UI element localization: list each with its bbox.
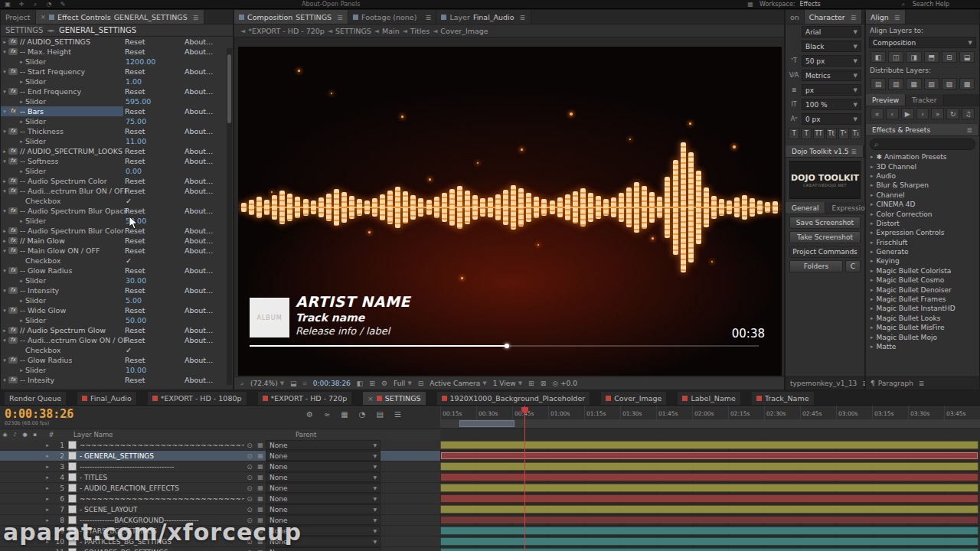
twirl-icon[interactable]: ▾ [1,69,8,75]
reset-button[interactable]: Reset [125,246,145,255]
pixel-aspect-icon[interactable]: ⊞ [528,380,534,387]
effects-category-item[interactable]: ▸ ✱ Animation Presets [866,152,979,161]
layer-duration-row[interactable] [440,472,980,483]
layer-row[interactable]: ▸ 11 - SQUARES_BG_SETTINGS ⊙ ▦ None▼ [0,547,440,551]
effect-row[interactable]: ▸ Slider Reset About... 30.00 [1,276,233,285]
layer-switches-icon[interactable]: ▦ [255,484,266,491]
effect-row[interactable]: ▸ Slider Reset About... 75.00 [1,116,233,126]
effect-row[interactable]: ▸ Slider Reset About... 1.00 [1,77,233,86]
project-commands-section[interactable]: Project Commands [789,246,861,258]
twirl-icon[interactable]: ▸ [1,39,8,45]
twirl-icon[interactable]: ▾ [1,357,8,364]
effects-category-item[interactable]: ▸ Expression Controls [866,228,979,237]
effect-row[interactable]: ▾ -- Glow Radius Reset About... [1,266,233,276]
twirl-icon[interactable]: ▸ [18,79,25,85]
twirl-icon[interactable]: ▸ [871,277,874,283]
twirl-icon[interactable]: ▸ [1,328,8,334]
reset-button[interactable]: Reset [125,107,145,116]
layer-duration-bar[interactable] [440,505,978,514]
reset-button[interactable]: Reset [125,306,145,315]
effect-row[interactable]: ▸ Slider Reset About... 11.00 [1,136,233,146]
rotate-tool-icon[interactable]: ◔ [44,1,54,8]
effects-category-item[interactable]: ▸ Blur & Sharpen [866,181,979,190]
composition-tab[interactable]: × Render Queue [5,392,67,405]
roi-icon[interactable]: ⊟ [418,380,424,387]
effect-name[interactable]: -- Intensity [20,286,59,295]
effect-row[interactable]: ▸ // AUDIO_SPECTRUM_LOOKS Reset About... [1,146,233,156]
align-button[interactable]: ◧ [871,51,886,63]
fx-icon[interactable] [8,307,18,314]
parent-dropdown[interactable]: None▼ [266,451,381,461]
reset-button[interactable]: Reset [125,37,145,46]
twirl-icon[interactable]: ▾ [1,337,8,344]
fx-icon[interactable] [8,68,18,75]
twirl-icon[interactable]: ▸ [18,367,25,373]
property-value[interactable]: 50.00 [126,316,146,324]
layer-row[interactable]: ▸ 2 - GENERAL_SETTINGS ⊙ ▦ None▼ [0,451,440,461]
layer-row[interactable]: ▸ 3 ------------------------------------… [0,461,440,472]
show-snapshot-icon[interactable]: ⊞ [369,380,375,387]
timeline-toggle-icon[interactable]: ▤ [377,410,384,419]
effects-category-item[interactable]: ▸ Magic Bullet Colorista [866,266,979,276]
about-button[interactable]: About... [185,37,213,46]
effect-row[interactable]: Checkbox Reset About... ✓ [1,196,233,206]
parent-pickwhip-icon[interactable]: ⊙ [244,495,255,503]
layer-switches-icon[interactable]: ▦ [255,463,266,470]
layer-color-chip[interactable] [68,548,77,551]
reset-button[interactable]: Reset [125,47,145,56]
about-button[interactable]: About... [185,67,213,76]
twirl-icon[interactable]: ▾ [1,308,8,314]
layer-duration-bar[interactable] [440,452,978,460]
transport-button[interactable]: ↻ [946,108,959,119]
effect-row[interactable]: ▸ Slider Reset About... 50.00 [1,216,233,226]
viewer-tab[interactable]: Footage (none) ≣ [348,10,436,24]
effect-row[interactable]: ▸ Slider Reset About... 595.00 [1,96,233,106]
property-value[interactable]: ✓ [126,346,132,354]
character-dropdown[interactable]: 100 %▼ [802,99,861,110]
exposure-control[interactable]: ◎ +0.0 [552,380,577,387]
panel-menu-icon[interactable]: ≣ [193,13,199,21]
fx-icon[interactable] [8,207,18,214]
layer-row[interactable]: ▸ 7 - SCENE_LAYOUT ⊙ ▦ None▼ [0,504,440,515]
parent-dropdown[interactable]: None▼ [266,494,381,504]
effect-name[interactable]: -- Max. Height [20,47,71,56]
reset-button[interactable]: Reset [125,67,145,76]
effect-row[interactable]: ▾ -- Audio Spectrum Blur Opacity Reset A… [1,206,233,216]
tab-project[interactable]: Project [1,10,36,24]
fx-icon[interactable] [8,187,18,194]
character-dropdown[interactable]: 0 px▼ [802,113,861,125]
resolution-dropdown[interactable]: Full▼ [394,380,412,387]
align-button[interactable]: ◨ [906,51,921,63]
twirl-icon[interactable]: ▸ [18,218,25,224]
twirl-icon[interactable]: ▸ [871,344,874,350]
scrollbar[interactable] [227,48,232,385]
twirl-icon[interactable]: ▾ [1,288,8,294]
property-value[interactable]: 30.00 [126,276,146,285]
effect-row[interactable]: Checkbox Reset About... ✓ [1,256,233,266]
reset-button[interactable]: Reset [125,286,145,295]
effect-row[interactable]: ▾ -- Audi...ectrum Blur ON / OFF Reset A… [1,186,233,196]
property-value[interactable]: 595.00 [126,97,151,106]
effect-row[interactable]: ▸ Slider Reset About... 5.00 [1,295,233,305]
layer-name[interactable]: - SCENE_LAYOUT [80,506,244,514]
type-style-button[interactable]: T¹ [838,128,849,139]
viewer-tab[interactable]: Composition SETTINGS ≣ [234,10,348,24]
about-button[interactable]: About... [185,107,213,116]
effects-category-item[interactable]: ▸ Generate [866,247,979,256]
transport-button[interactable]: ‹ [886,108,899,119]
preview-subtab[interactable]: Tracker [906,94,943,106]
effect-row[interactable]: ▾ -- Intesity Reset About... [1,375,233,385]
align-layers-dropdown[interactable]: Composition▼ [869,37,976,48]
twirl-icon[interactable]: ▾ [1,158,8,165]
type-style-button[interactable]: Tt [826,128,837,139]
effect-name[interactable]: -- Main Glow ON / OFF [20,246,100,255]
parent-dropdown[interactable]: None▼ [266,472,381,482]
layer-duration-row[interactable] [440,461,980,472]
twirl-icon[interactable]: ▸ [871,324,874,331]
layer-switches-icon[interactable]: ▦ [255,474,266,481]
twirl-icon[interactable]: ▸ [871,220,874,227]
effects-category-item[interactable]: ▸ Magic Bullet Looks [866,314,979,323]
type-style-button[interactable]: T [789,128,799,139]
compositions-button[interactable]: C [845,260,861,272]
effect-name[interactable]: // AUDIO_SETTINGS [20,37,90,46]
